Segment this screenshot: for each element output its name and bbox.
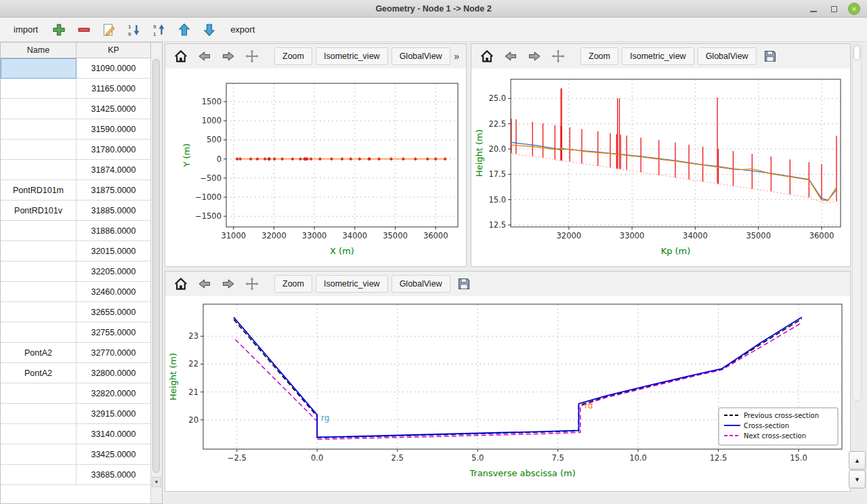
kp-cell[interactable]: 31874.0000 xyxy=(77,160,151,180)
home-button[interactable] xyxy=(477,47,497,66)
name-cell[interactable] xyxy=(1,261,77,282)
table-row[interactable]: 32820.0000 xyxy=(1,383,151,404)
title-bar[interactable]: Geometry - Node 1 -> Node 2 × xyxy=(0,0,867,18)
save-button[interactable] xyxy=(454,274,474,293)
kp-cell[interactable]: 33425.0000 xyxy=(77,444,151,465)
name-cell[interactable] xyxy=(1,119,77,140)
name-cell[interactable] xyxy=(1,58,77,79)
kp-cell[interactable]: 31590.0000 xyxy=(77,119,151,140)
kp-cell[interactable]: 32460.0000 xyxy=(77,282,151,302)
forward-button[interactable] xyxy=(524,47,545,66)
forward-button[interactable] xyxy=(218,274,238,293)
profile-view-figure[interactable]: 320003300034000350003600012.515.017.520.… xyxy=(471,68,850,266)
table-row[interactable]: 32460.0000 xyxy=(1,282,151,302)
name-cell[interactable] xyxy=(1,221,77,241)
table-row[interactable]: PontA232800.0000 xyxy=(1,363,151,383)
table-row[interactable]: 32205.0000 xyxy=(1,261,151,282)
table-row[interactable]: 31886.0000 xyxy=(1,221,151,241)
table-row[interactable]: PontA232770.0000 xyxy=(1,343,151,363)
name-cell[interactable]: PontRD101v xyxy=(1,201,77,221)
close-button[interactable]: × xyxy=(848,3,860,15)
kp-cell[interactable]: 32755.0000 xyxy=(77,322,151,343)
forward-button[interactable] xyxy=(218,47,238,66)
kp-cell[interactable]: 33685.0000 xyxy=(77,465,151,485)
add-cross-section-button[interactable] xyxy=(49,20,68,39)
plan-view-figure[interactable]: 310003200033000340003500036000−1500−1000… xyxy=(165,68,466,266)
table-row[interactable]: 31165.0000 xyxy=(1,79,151,99)
edit-button[interactable] xyxy=(100,20,119,39)
export-button[interactable]: export xyxy=(225,22,260,37)
name-cell[interactable] xyxy=(1,282,77,302)
kp-cell[interactable]: 32820.0000 xyxy=(77,383,151,404)
global-view-button[interactable]: GlobalView xyxy=(392,47,450,65)
isometric-view-button[interactable]: Isometric_view xyxy=(316,47,388,65)
move-up-button[interactable] xyxy=(175,20,194,39)
table-row[interactable]: PontRD101v31885.0000 xyxy=(1,201,151,221)
kp-cell[interactable]: 32800.0000 xyxy=(77,363,151,383)
table-scrollbar-thumb[interactable] xyxy=(152,59,160,473)
kp-cell[interactable]: 32915.0000 xyxy=(77,404,151,424)
back-button[interactable] xyxy=(194,47,215,66)
scroll-down-button[interactable]: ▼ xyxy=(849,470,866,488)
vertical-scrollbar[interactable] xyxy=(852,43,862,401)
kp-cell[interactable]: 31875.0000 xyxy=(77,180,151,201)
back-button[interactable] xyxy=(501,47,521,66)
vertical-scrollbar-thumb[interactable] xyxy=(853,45,860,60)
name-cell[interactable] xyxy=(1,140,77,160)
table-scroll-down-button[interactable]: ▼ xyxy=(152,477,161,487)
table-row[interactable]: 33685.0000 xyxy=(1,465,151,485)
table-row[interactable]: 31090.0000 xyxy=(1,58,151,79)
kp-cell[interactable]: 31425.0000 xyxy=(77,99,151,119)
kp-cell[interactable]: 33140.0000 xyxy=(77,424,151,444)
name-cell[interactable]: PontRD101m xyxy=(1,180,77,201)
save-button[interactable] xyxy=(760,47,780,66)
global-view-button[interactable]: GlobalView xyxy=(698,47,757,65)
move-down-button[interactable] xyxy=(200,20,219,39)
pan-button[interactable] xyxy=(548,47,568,66)
table-row[interactable]: 32915.0000 xyxy=(1,404,151,424)
kp-cell[interactable]: 32205.0000 xyxy=(77,261,151,282)
home-button[interactable] xyxy=(171,274,191,293)
kp-cell[interactable]: 31885.0000 xyxy=(77,201,151,221)
pan-button[interactable] xyxy=(242,47,262,66)
remove-cross-section-button[interactable] xyxy=(75,20,93,39)
name-cell[interactable]: PontA2 xyxy=(1,363,77,383)
zoom-button[interactable]: Zoom xyxy=(274,275,312,293)
name-cell[interactable] xyxy=(1,241,77,261)
name-cell[interactable] xyxy=(1,465,77,485)
restore-button[interactable] xyxy=(828,3,840,15)
name-cell[interactable] xyxy=(1,322,77,343)
table-row[interactable]: 31780.0000 xyxy=(1,140,151,160)
table-row[interactable]: 31590.0000 xyxy=(1,119,151,140)
zoom-button[interactable]: Zoom xyxy=(274,47,312,65)
table-row[interactable]: 31425.0000 xyxy=(1,99,151,119)
name-cell[interactable] xyxy=(1,404,77,424)
pan-button[interactable] xyxy=(242,274,262,293)
isometric-view-button[interactable]: Isometric_view xyxy=(316,275,388,293)
name-cell[interactable] xyxy=(1,79,77,99)
table-row[interactable]: 33425.0000 xyxy=(1,444,151,465)
name-cell[interactable]: PontA2 xyxy=(1,343,77,363)
name-cell[interactable] xyxy=(1,302,77,322)
kp-cell[interactable]: 31165.0000 xyxy=(77,79,151,99)
kp-cell[interactable]: 32655.0000 xyxy=(77,302,151,322)
home-button[interactable] xyxy=(171,47,191,66)
column-header-name[interactable]: Name xyxy=(1,43,77,58)
name-cell[interactable] xyxy=(1,160,77,180)
back-button[interactable] xyxy=(194,274,215,293)
table-row[interactable]: PontRD101m31875.0000 xyxy=(1,180,151,201)
name-cell[interactable] xyxy=(1,424,77,444)
table-row[interactable]: 32755.0000 xyxy=(1,322,151,343)
isometric-view-button[interactable]: Isometric_view xyxy=(622,47,694,65)
kp-cell[interactable]: 32015.0000 xyxy=(77,241,151,261)
minimize-button[interactable] xyxy=(807,3,820,15)
scroll-up-button[interactable]: ▲ xyxy=(849,451,866,469)
table-row[interactable]: 32015.0000 xyxy=(1,241,151,261)
sort-descending-button[interactable]: 19 xyxy=(125,20,144,39)
import-button[interactable]: import xyxy=(8,22,43,37)
kp-cell[interactable]: 31090.0000 xyxy=(77,58,151,79)
kp-cell[interactable]: 31886.0000 xyxy=(77,221,151,241)
table-row[interactable]: 33140.0000 xyxy=(1,424,151,444)
table-row[interactable]: 31874.0000 xyxy=(1,160,151,180)
cross-section-figure[interactable]: −2.50.02.55.07.510.012.515.020212223Tran… xyxy=(165,296,850,491)
